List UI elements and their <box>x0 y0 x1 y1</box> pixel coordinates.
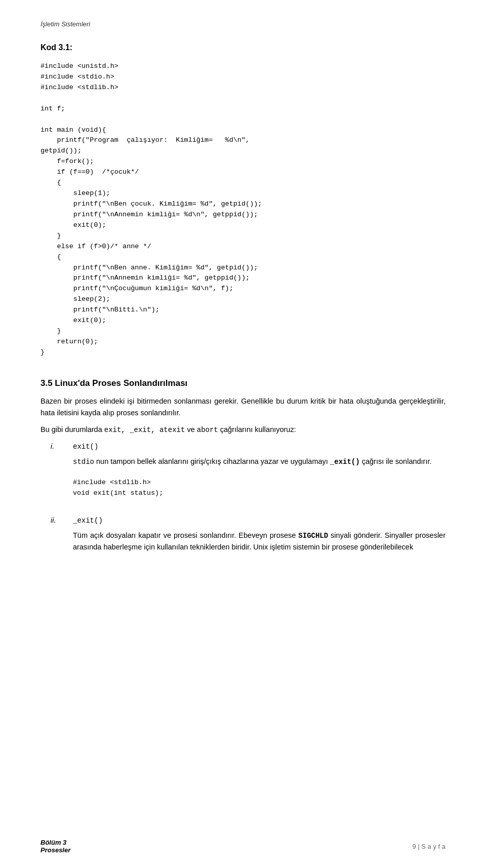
page-container: İşletim Sistemleri Kod 3.1: #include <un… <box>0 0 486 868</box>
list-label-exit: exit() <box>73 442 446 451</box>
section-title: 3.5 Linux'da Proses Sonlandırılması <box>40 378 446 388</box>
footer-left: Bölüm 3 Prosesler <box>40 839 70 854</box>
footer: Bölüm 3 Prosesler 9 | S a y f a <box>0 839 486 854</box>
list-marker-i: i. <box>51 442 63 450</box>
list-marker-ii: ii. <box>51 516 63 524</box>
exit-code-block: #include <stdlib.h> void exit(int status… <box>73 472 446 504</box>
footer-page-number: 9 | S a y f a <box>412 843 446 850</box>
list-content-ii: _exit() Tüm açık dosyaları kapatır ve pr… <box>73 516 446 559</box>
code-section-heading: Kod 3.1: <box>40 43 446 52</box>
header-title: İşletim Sistemleri <box>40 20 446 28</box>
exit-description: stdio nun tampon bellek alanlarını giriş… <box>73 456 446 467</box>
list-container: i. exit() stdio nun tampon bellek alanla… <box>51 442 446 559</box>
list-label-exit2: _exit() <box>73 516 446 525</box>
list-item-ii: ii. _exit() Tüm açık dosyaları kapatır v… <box>51 516 446 559</box>
paragraph-2: Bu gibi durumlarda exit, _exit, atexit v… <box>40 424 446 436</box>
exit2-description: Tüm açık dosyaları kapatır ve prosesi so… <box>73 530 446 554</box>
list-item: i. exit() stdio nun tampon bellek alanla… <box>51 442 446 508</box>
paragraph-1: Bazen bir proses elindeki işi bitirmeden… <box>40 396 446 419</box>
list-content-i: exit() stdio nun tampon bellek alanların… <box>73 442 446 508</box>
code-block: #include <unistd.h> #include <stdio.h> #… <box>40 56 446 363</box>
